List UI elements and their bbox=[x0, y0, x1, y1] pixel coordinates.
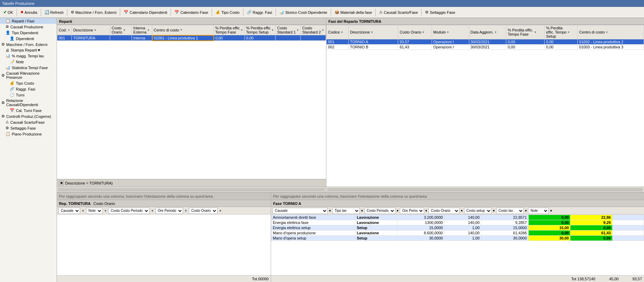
br-causale: Mano d'opera produzione bbox=[271, 231, 355, 236]
total-label3: 93,57 bbox=[632, 277, 642, 281]
fasi-col-headers: Codice▼ Descrizione▼ Costo Orario▼ Modul… bbox=[327, 25, 644, 39]
sidebar-item-stampa[interactable]: 🖨 Stampa Reparti▼ bbox=[0, 47, 57, 53]
raggr-fasi-button[interactable]: 🔗 Raggr. Fasi bbox=[245, 9, 274, 16]
bottom-left-grid[interactable] bbox=[57, 215, 271, 275]
col-std2[interactable]: CostoStandard 2▼ bbox=[301, 25, 326, 35]
stampa-icon: 🖨 bbox=[6, 48, 9, 52]
col-std1[interactable]: CostoStandard 1▼ bbox=[276, 25, 301, 35]
sidebar-item-note[interactable]: 📝 Note bbox=[0, 59, 57, 65]
sidebar-item-causali[interactable]: ⚙ Causali Produzione bbox=[0, 24, 57, 30]
col-centro[interactable]: Centro di costo▼ bbox=[152, 25, 214, 35]
reparti-grid[interactable]: Cod.▼ Descrizione▼ CostoOrario▼ InternaE… bbox=[57, 25, 326, 179]
fasi-col-codice[interactable]: Codice▼ bbox=[327, 25, 349, 39]
costo-orario-right-dropdown[interactable]: Costo Orario bbox=[429, 208, 460, 214]
br-causale: Energia elettrica fase bbox=[271, 220, 355, 225]
ore-periodo-right-dropdown[interactable]: Ore Periodo bbox=[400, 208, 424, 214]
ore-periodo-dropdown[interactable]: Ore Periodo bbox=[155, 208, 183, 214]
col-cod[interactable]: Cod.▼ bbox=[57, 25, 72, 35]
table-row[interactable]: 001 TORNITURA Interna 01001 - Linea prod… bbox=[57, 35, 326, 41]
cal-turni-icon: 📅 bbox=[10, 108, 15, 113]
settaggio-fase-button[interactable]: ⚙ Settaggio Fase bbox=[423, 9, 457, 16]
bottom-right-row[interactable]: Ammortamenti diretti fase Lavorazione 3.… bbox=[271, 215, 644, 220]
fasi-col-data[interactable]: Data Aggiorn.▼ bbox=[469, 25, 506, 39]
col-perdita2[interactable]: % Perdita efficTempo Setup▼ bbox=[244, 25, 276, 35]
br-note bbox=[612, 225, 644, 231]
bottom-right-row[interactable]: Mano d'opera setup Setup 30,0000 1,00 30… bbox=[271, 236, 644, 241]
cal-fase-button[interactable]: 📅 Calendario Fase bbox=[172, 9, 210, 16]
bottom-right-row[interactable]: Energia elettrica fase Lavorazione 1300,… bbox=[271, 220, 644, 225]
fasi-row-2[interactable]: 002 TORNIO B 61,43 Operazioni I 30/03/20… bbox=[327, 45, 644, 50]
fasi-cell-perc1: 0,00 bbox=[506, 39, 545, 45]
note-right-dropdown[interactable]: Note bbox=[528, 208, 549, 214]
annulla-button[interactable]: ✖ Annulla bbox=[18, 9, 39, 16]
bottom-left-costo-title: Costo Orario bbox=[93, 201, 115, 206]
sidebar-item-controlli[interactable]: ⚙ Controlli Produz.(Cogeme) bbox=[0, 113, 57, 119]
sidebar-item-raggr[interactable]: 🔗 Raggr. Fasi bbox=[0, 86, 57, 92]
fasi-row-1[interactable]: 001 TORNIO A 93,57 Operazioni I 30/03/20… bbox=[327, 39, 644, 45]
sidebar-item-magg[interactable]: 📊 % magg. Tempi lav. bbox=[0, 53, 57, 59]
cal-dipendenti-button[interactable]: 📅 Calendario Dipendenti bbox=[122, 9, 169, 16]
sidebar-item-statistica[interactable]: 📊 Statistica Tempi Fase bbox=[0, 65, 57, 70]
br-ore-periodo: 140,00 bbox=[444, 220, 481, 225]
col-interna[interactable]: InternaEsterna▼ bbox=[132, 25, 152, 35]
storico-costi-button[interactable]: 📊 Storico Costi Dipendente bbox=[277, 9, 329, 16]
sidebar-item-causali-scarto[interactable]: ⚠ Causali Scarto/Fase bbox=[0, 119, 57, 125]
tipo-costo-button[interactable]: 💰 Tipo Costo bbox=[213, 9, 242, 16]
cal-dipendenti-icon: 📅 bbox=[124, 10, 128, 15]
tipo-lav-dropdown[interactable]: Tipo lav bbox=[332, 208, 360, 214]
bottom-right-row[interactable]: Mano d'opera produzione Lavorazione 8.60… bbox=[271, 231, 644, 236]
bottom-right-table: Ammortamenti diretti fase Lavorazione 3.… bbox=[271, 215, 644, 241]
bottom-right-row[interactable]: Energia elettrica setup Setup 15,0000 1,… bbox=[271, 225, 644, 231]
cell-centro: 01001 - Linea produttiva 1 bbox=[152, 35, 214, 41]
statistica-icon: 📊 bbox=[6, 65, 10, 70]
macchine-button[interactable]: ⚙ Macchine / Forn. Esterni bbox=[69, 9, 118, 16]
fasi-hscroll[interactable] bbox=[326, 187, 644, 192]
causale-right-dropdown[interactable]: Causale bbox=[272, 208, 328, 214]
fasi-col-desc[interactable]: Descrizione▼ bbox=[348, 25, 398, 39]
fasi-col-modulo[interactable]: Modulo▼ bbox=[432, 25, 469, 39]
sidebar-item-piano[interactable]: 📋 Piano Produzione bbox=[0, 131, 57, 137]
cancel-icon: ✖ bbox=[20, 10, 23, 15]
sidebar-item-dipendenti[interactable]: 👤 Dipendenti bbox=[0, 36, 57, 41]
col-costo-orario[interactable]: CostoOrario▼ bbox=[110, 25, 132, 35]
sidebar-item-reparti[interactable]: 📋 Reparti / Fasi bbox=[0, 18, 57, 24]
note-dropdown[interactable]: Note bbox=[86, 208, 103, 214]
br-note bbox=[612, 220, 644, 225]
costo-periodo-right-dropdown[interactable]: Costo Periodo bbox=[364, 208, 395, 214]
sidebar-item-macchine[interactable]: ⚙ Macchine / Forn. Esterni bbox=[0, 41, 57, 47]
br-costo-periodo: 30,0000 bbox=[397, 236, 444, 241]
sidebar-item-tipo-dip[interactable]: 👤 Tipo Dipendenti bbox=[0, 30, 57, 36]
sidebar-item-cal-turni[interactable]: 📅 Cal. Turni Fase bbox=[0, 107, 57, 113]
causali-scarto-button[interactable]: ⚠ Causali Scarto/Fase bbox=[377, 9, 420, 16]
fasi-cell-codice2: 002 bbox=[327, 45, 349, 50]
costo-orario-dropdown[interactable]: Costo Orario bbox=[189, 208, 218, 214]
ok-button[interactable]: ✔ OK bbox=[1, 9, 15, 16]
sidebar-item-tipo-costo[interactable]: 💰 Tipo Costo bbox=[0, 80, 57, 86]
materiali-button[interactable]: 📦 Materiali della fase bbox=[333, 9, 374, 16]
sidebar-item-causali-rilev[interactable]: ⚙ Causali Rilevazione Presenze bbox=[0, 70, 57, 80]
col-perdita1[interactable]: % Perdita efficTempo Fase▼ bbox=[214, 25, 245, 35]
br-costo-lav: 22,86 bbox=[570, 215, 613, 220]
fasi-col-costo[interactable]: Costo Orario▼ bbox=[398, 25, 432, 39]
filter-close-button[interactable]: ✖ bbox=[59, 181, 64, 185]
refresh-button[interactable]: 🔄 Refresh bbox=[42, 9, 66, 16]
bottom-right-total: Tot 138,57140 45,00 93,57 bbox=[271, 275, 644, 282]
sidebar-item-relazione[interactable]: ⚙ Relazione Causali/Dipendenti bbox=[0, 98, 57, 107]
br-causale: Mano d'opera setup bbox=[271, 236, 355, 241]
bottom-right-grid[interactable]: Ammortamenti diretti fase Lavorazione 3.… bbox=[271, 215, 644, 275]
costo-periodo-dropdown[interactable]: Costo Costo Periodo bbox=[108, 208, 150, 214]
fasi-grid[interactable]: Codice▼ Descrizione▼ Costo Orario▼ Modul… bbox=[326, 25, 644, 187]
col-descrizione[interactable]: Descrizione▼ bbox=[72, 25, 110, 35]
causale-dropdown[interactable]: Causale bbox=[58, 208, 80, 214]
fasi-col-perc2[interactable]: % Perditaeffic. TempoSetup▼ bbox=[545, 25, 578, 39]
sidebar-item-settaggio[interactable]: ⚙ Settaggio Fase bbox=[0, 125, 57, 131]
costo-setup-dropdown[interactable]: Costo setup bbox=[464, 208, 492, 214]
fasi-col-perc1[interactable]: % Perdita effic.Tempo Fase▼ bbox=[506, 25, 545, 39]
cell-perc1: 0,00 bbox=[214, 35, 245, 41]
costo-lav-arrow: ▼ bbox=[525, 209, 528, 213]
costo-lav-dropdown[interactable]: Costo lav bbox=[496, 208, 524, 214]
reparti-hscroll[interactable] bbox=[57, 187, 326, 192]
costo-orario-right-arrow: ▼ bbox=[460, 209, 463, 213]
fasi-col-centro[interactable]: Centro di costo▼ bbox=[578, 25, 644, 39]
sidebar-item-turni[interactable]: 🕐 Turni bbox=[0, 92, 57, 98]
